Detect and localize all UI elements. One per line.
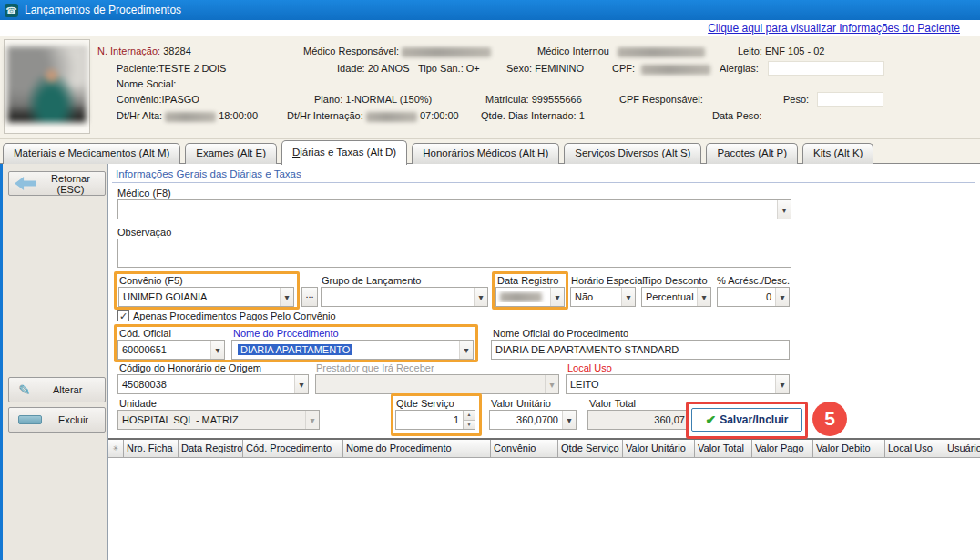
apenas-pagos-checkbox[interactable]: ✓ xyxy=(117,310,129,321)
column-header-convenio[interactable]: Convênio xyxy=(491,440,558,458)
redacted-value xyxy=(402,47,491,57)
qtde-servico-stepper[interactable]: 1 ▲ ▼ xyxy=(395,410,475,430)
cod-honorario-origem-label: Código do Honorário de Origem xyxy=(119,362,261,373)
chevron-down-icon[interactable]: ▾ xyxy=(775,375,789,393)
field-n-internacao: N. Internação: 38284 xyxy=(97,46,191,56)
data-registro-combobox[interactable]: ▾ xyxy=(495,287,565,307)
grid-body-empty[interactable] xyxy=(108,458,980,560)
spin-down-icon[interactable]: ▼ xyxy=(464,420,475,430)
tab-exames[interactable]: Exames (Alt E) xyxy=(185,143,277,164)
grupo-lancamento-combobox[interactable]: ▾ xyxy=(321,287,488,307)
data-peso-label: Data Peso: xyxy=(712,110,761,121)
paciente-label: Paciente: xyxy=(117,63,158,74)
field-dt-hr-internacao: Dt/Hr Internação: 07:00:00 xyxy=(287,110,459,122)
tab-diarias-taxas[interactable]: Diárias e Taxas (Alt D) xyxy=(281,140,407,165)
tab-accel: K xyxy=(813,148,821,158)
nome-oficial-value: DIARIA DE APARTAMENTO STANDARD xyxy=(492,344,789,355)
convenio-f5-label: Convênio (F5) xyxy=(119,275,183,286)
acresc-desc-combobox[interactable]: 0 ▾ xyxy=(717,287,790,307)
leito-value: ENF 105 - 02 xyxy=(765,46,824,56)
eraser-icon xyxy=(18,415,42,424)
chevron-down-icon[interactable]: ▾ xyxy=(280,288,293,306)
chevron-down-icon[interactable]: ▾ xyxy=(562,411,576,429)
column-header-nro-ficha[interactable]: Nro. Ficha xyxy=(124,440,179,458)
tab-materiais-medicamentos[interactable]: Materiais e Medicamentos (Alt M) xyxy=(3,143,180,164)
field-matricula: Matricula: 999555666 xyxy=(485,94,582,105)
field-cpf-responsavel: CPF Responsável: xyxy=(619,94,703,105)
patient-info-link[interactable]: Clique aqui para visualizar Informações … xyxy=(708,22,960,35)
spinner-buttons[interactable]: ▲ ▼ xyxy=(463,411,475,429)
browse-ellipsis-button[interactable]: ... xyxy=(301,287,318,307)
acresc-desc-value: 0 xyxy=(718,291,775,302)
tab-accel: P xyxy=(717,148,724,158)
nome-procedimento-label: Nome do Procedimento xyxy=(233,328,339,339)
chevron-down-icon[interactable]: ▾ xyxy=(459,341,473,359)
prestador-label: Prestador que Irá Receber xyxy=(316,362,434,373)
column-header-local-uso[interactable]: Local Uso xyxy=(885,440,944,458)
retornar-button[interactable]: Retornar (ESC) xyxy=(8,171,106,196)
medico-f8-combobox[interactable]: ▾ xyxy=(117,199,791,219)
field-medico-responsavel: Médico Responsável: xyxy=(303,46,491,57)
convenio-f5-combobox[interactable]: UNIMED GOIANIA ▾ xyxy=(118,287,294,307)
chevron-down-icon[interactable]: ▾ xyxy=(697,288,710,306)
plano-label: Plano: xyxy=(314,94,342,105)
chevron-down-icon[interactable]: ▾ xyxy=(474,288,487,306)
window-title: Lançamentos de Procedimentos xyxy=(25,4,181,16)
tipo-desconto-combobox[interactable]: Percentual ▾ xyxy=(641,287,711,307)
chevron-down-icon[interactable]: ▾ xyxy=(621,288,635,306)
tab-label: ateriais e Medicamentos (Alt M) xyxy=(23,148,170,158)
tab-servicos-diversos[interactable]: Serviços Diversos (Alt S) xyxy=(564,143,701,164)
unidade-value: HOSPITAL SQL - MATRIZ xyxy=(118,414,305,425)
excluir-button[interactable]: Excluir xyxy=(8,407,106,433)
field-leito: Leito: ENF 105 - 02 xyxy=(738,46,824,56)
column-header-cod-procedimento[interactable]: Cód. Procedimento xyxy=(243,440,343,458)
nome-procedimento-combobox[interactable]: DIARIA APARTAMENTO ▾ xyxy=(231,340,474,360)
chevron-down-icon[interactable]: ▾ xyxy=(210,341,224,359)
column-header-nome-procedimento[interactable]: Nome do Procedimento xyxy=(343,440,491,458)
column-header-valor-total[interactable]: Valor Total xyxy=(695,440,752,458)
column-header-valor-debito[interactable]: Valor Debito xyxy=(813,440,885,458)
field-convenio: Convênio:IPASGO xyxy=(117,94,199,105)
tab-honorarios-medicos[interactable]: Honorários Médicos (Alt H) xyxy=(412,143,559,164)
apenas-pagos-label: Apenas Procedimentos Pagos Pelo Convênio xyxy=(133,311,336,321)
tab-kits[interactable]: Kits (Alt K) xyxy=(802,143,873,164)
column-header-valor-pago[interactable]: Valor Pago xyxy=(752,440,813,458)
tab-pacotes[interactable]: Pacotes (Alt P) xyxy=(706,143,798,164)
tipo-san-label: Tipo San.: xyxy=(418,63,464,74)
alterar-button[interactable]: ✎ Alterar xyxy=(8,377,106,402)
alergias-valuebox xyxy=(768,61,884,76)
chevron-down-icon[interactable]: ▾ xyxy=(294,375,308,393)
field-sexo: Sexo: FEMININO xyxy=(506,63,584,74)
valor-unitario-combobox[interactable]: 360,0700 ▾ xyxy=(489,410,577,430)
column-header-qtde-servico[interactable]: Qtde Serviço xyxy=(558,440,623,458)
qtde-dias-label: Qtde. Dias Internado: xyxy=(481,110,577,121)
column-header-data-registro[interactable]: Data Registro xyxy=(179,440,243,458)
observacao-textarea[interactable] xyxy=(117,239,791,268)
column-header-valor-unitario[interactable]: Valor Unitário xyxy=(623,440,695,458)
tab-label: iárias e Taxas (Alt D) xyxy=(300,147,396,158)
salvar-incluir-button[interactable]: ✔ Salvar/Incluir xyxy=(691,408,802,432)
link-bar: Clique aqui para visualizar Informações … xyxy=(0,20,980,36)
cod-oficial-value: 60000651 xyxy=(118,344,210,355)
nome-oficial-input[interactable]: DIARIA DE APARTAMENTO STANDARD xyxy=(491,340,790,360)
column-header-usuario[interactable]: Usuário xyxy=(944,440,980,458)
redacted-value xyxy=(165,112,216,122)
medico-internou-label: Médico Internou xyxy=(537,46,609,56)
data-registro-label: Data Registro xyxy=(497,275,558,286)
cod-honorario-origem-combobox[interactable]: 45080038 ▾ xyxy=(117,374,309,394)
qtde-servico-value: 1 xyxy=(396,414,463,425)
chevron-down-icon[interactable]: ▾ xyxy=(550,288,564,306)
chevron-down-icon[interactable]: ▾ xyxy=(775,288,789,306)
horario-especial-combobox[interactable]: Não ▾ xyxy=(570,287,636,307)
pencil-icon: ✎ xyxy=(18,382,30,399)
observacao-label: Observação xyxy=(117,227,171,238)
app-window: ☎ Lançamentos de Procedimentos Clique aq… xyxy=(0,0,980,560)
local-uso-combobox[interactable]: LEITO ▾ xyxy=(566,374,790,394)
qtde-dias-value: 1 xyxy=(579,110,585,121)
field-tipo-san: Tipo San.: O+ xyxy=(418,63,480,74)
chevron-down-icon[interactable]: ▾ xyxy=(777,200,791,219)
field-paciente: Paciente:TESTE 2 DOIS xyxy=(117,63,226,74)
convenio-f5-value: UNIMED GOIANIA xyxy=(119,291,280,302)
spin-up-icon[interactable]: ▲ xyxy=(464,411,475,420)
cod-oficial-combobox[interactable]: 60000651 ▾ xyxy=(117,340,225,360)
